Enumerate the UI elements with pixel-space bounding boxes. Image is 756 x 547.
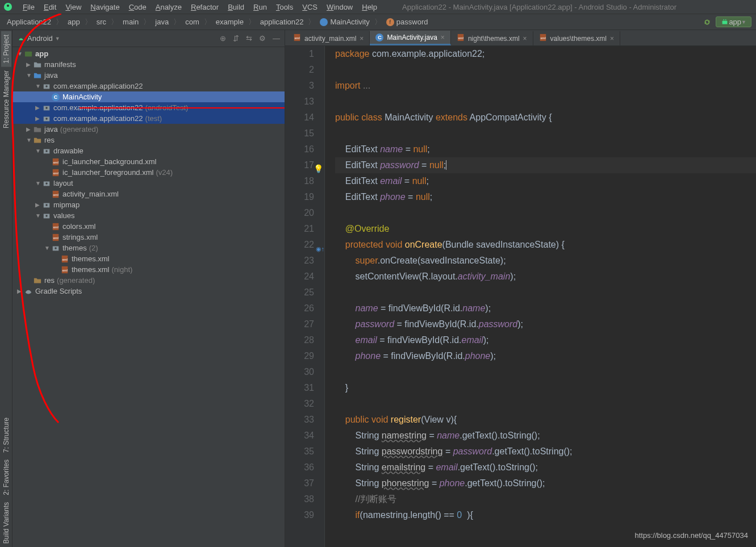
menu-help[interactable]: Help [357, 3, 382, 11]
tool-tab-1-project[interactable]: 1: Project [1, 31, 11, 67]
tool-tab-resource-manager[interactable]: Resource Manager [1, 67, 11, 132]
line-number[interactable]: 29 [285, 348, 314, 364]
breadcrumb[interactable]: app [65, 18, 82, 26]
tree-item[interactable]: xmlthemes.xml [12, 253, 285, 264]
tool-tab-2-favorites[interactable]: 2: Favorites [1, 456, 11, 499]
tree-item[interactable]: xmlcolors.xml [12, 221, 285, 232]
line-number[interactable]: 39 [285, 507, 314, 523]
breadcrumb[interactable]: fpassword [384, 18, 431, 26]
code-line[interactable]: phone = findViewById(R.id.phone); [335, 348, 756, 364]
code-line[interactable]: if(namestring.length() == 0 ){ [335, 507, 756, 523]
tree-item[interactable]: ▶Gradle Scripts [12, 286, 285, 297]
line-number[interactable]: 13 [285, 94, 314, 110]
close-icon[interactable]: × [523, 35, 527, 43]
code-line[interactable]: String emailstring = email.getText().toS… [335, 460, 756, 475]
gutter[interactable]: 12313141516💡1718192021◉↑2223242526272829… [285, 46, 325, 547]
tree-item[interactable]: ▼app [12, 48, 285, 59]
line-number[interactable]: 1 [285, 46, 314, 62]
code-line[interactable]: String phonestring = phone.getText().toS… [335, 475, 756, 491]
editor-tab[interactable]: CMainActivity.java× [370, 31, 451, 45]
line-number[interactable]: 20 [285, 205, 314, 221]
editor-tab[interactable]: xmlnight\themes.xml× [451, 31, 533, 45]
project-view-selector[interactable]: Android ▼ [17, 34, 60, 43]
intention-bulb-icon[interactable]: 💡 [314, 161, 323, 177]
tree-arrow-icon[interactable]: ▼ [17, 51, 24, 57]
line-number[interactable]: 17 [285, 157, 314, 173]
menu-navigate[interactable]: Navigate [86, 3, 124, 11]
code-line[interactable]: name = findViewById(R.id.name); [335, 300, 756, 316]
code-line[interactable] [335, 364, 756, 380]
tree-arrow-icon[interactable]: ▶ [35, 105, 42, 111]
editor-tab[interactable]: xmlvalues\themes.xml× [533, 31, 620, 45]
settings-icon[interactable]: ⚙ [259, 34, 266, 43]
code-line[interactable]: //判断账号 [335, 491, 756, 507]
tree-arrow-icon[interactable]: ▶ [17, 288, 24, 294]
tool-tab-build-variants[interactable]: Build Variants [1, 499, 11, 547]
line-number[interactable]: 3 [285, 78, 314, 94]
project-tree[interactable]: ▼app▶manifests▼java▼com.example.applicat… [12, 47, 285, 547]
menu-run[interactable]: Run [249, 3, 272, 11]
line-number[interactable]: 33 [285, 412, 314, 428]
tree-item[interactable]: ▶manifests [12, 59, 285, 70]
tree-item[interactable]: xmlactivity_main.xml [12, 189, 285, 199]
close-icon[interactable]: × [610, 35, 614, 43]
breadcrumb[interactable]: main [120, 18, 141, 26]
line-number[interactable]: 38 [285, 491, 314, 507]
tree-item[interactable]: xmlic_launcher_foreground.xml(v24) [12, 167, 285, 178]
tree-item[interactable]: ▼themes(2) [12, 243, 285, 253]
breadcrumb[interactable]: Application22 [5, 18, 53, 26]
menu-vcs[interactable]: VCS [298, 3, 322, 11]
tree-item[interactable]: xmlstrings.xml [12, 232, 285, 243]
tree-item[interactable]: ▼com.example.application22 [12, 81, 285, 91]
tree-item[interactable]: ▶java(generated) [12, 124, 285, 135]
code-line[interactable] [335, 62, 756, 78]
tree-item[interactable]: ▼values [12, 210, 285, 221]
tree-item[interactable]: res(generated) [12, 275, 285, 286]
code-editor[interactable]: 12313141516💡1718192021◉↑2223242526272829… [285, 46, 756, 547]
line-number[interactable]: 35 [285, 444, 314, 460]
line-number[interactable]: 18 [285, 173, 314, 189]
hide-icon[interactable]: — [273, 34, 280, 43]
code-line[interactable]: String namestring = name.getText().toStr… [335, 428, 756, 444]
tree-arrow-icon[interactable]: ▼ [35, 148, 42, 154]
line-number[interactable]: 21 [285, 221, 314, 237]
code-line[interactable]: package com.example.application22; [335, 46, 756, 62]
code-line[interactable] [335, 205, 756, 221]
breadcrumb[interactable]: java [153, 18, 171, 26]
line-number[interactable]: 19 [285, 189, 314, 205]
tool-tab-7-structure[interactable]: 7: Structure [1, 414, 11, 456]
tree-item[interactable]: ▼java [12, 70, 285, 81]
code-line[interactable]: } [335, 380, 756, 396]
line-number[interactable]: 27 [285, 316, 314, 332]
breadcrumb[interactable]: application22 [258, 18, 306, 26]
line-number[interactable]: 36 [285, 460, 314, 475]
tree-item[interactable]: ▶com.example.application22(test) [12, 113, 285, 124]
breadcrumb[interactable]: src [94, 18, 108, 26]
line-number[interactable]: 2 [285, 62, 314, 78]
code-line[interactable]: String passwordstring = password.getText… [335, 444, 756, 460]
menu-tools[interactable]: Tools [272, 3, 298, 11]
close-icon[interactable]: × [360, 35, 364, 43]
code-line[interactable]: EditText email = null; [335, 173, 756, 189]
menu-file[interactable]: File [18, 3, 39, 11]
tree-item[interactable]: ▼layout [12, 178, 285, 189]
breadcrumb[interactable]: com [183, 18, 202, 26]
tree-item[interactable]: xmlic_launcher_background.xml [12, 156, 285, 167]
code-line[interactable]: protected void onCreate(Bundle savedInst… [335, 237, 756, 253]
line-number[interactable]: 25 [285, 285, 314, 300]
tree-item[interactable]: ▼drawable [12, 145, 285, 156]
menu-refactor[interactable]: Refactor [186, 3, 223, 11]
line-number[interactable]: 30 [285, 364, 314, 380]
code-line[interactable]: public void register(View v){ [335, 412, 756, 428]
select-opened-file-icon[interactable]: ⊕ [220, 34, 226, 43]
code-text[interactable]: package com.example.application22; impor… [325, 46, 756, 547]
code-line[interactable]: setContentView(R.layout.activity_main); [335, 269, 756, 285]
line-number[interactable]: 34 [285, 428, 314, 444]
code-line[interactable]: password = findViewById(R.id.password); [335, 316, 756, 332]
tree-arrow-icon[interactable]: ▼ [26, 72, 33, 78]
line-number[interactable]: 15 [285, 126, 314, 141]
tree-item[interactable]: xmlthemes.xml(night) [12, 264, 285, 275]
line-number[interactable]: 28 [285, 332, 314, 348]
expand-all-icon[interactable]: ⇆ [246, 34, 252, 43]
code-line[interactable] [335, 94, 756, 110]
